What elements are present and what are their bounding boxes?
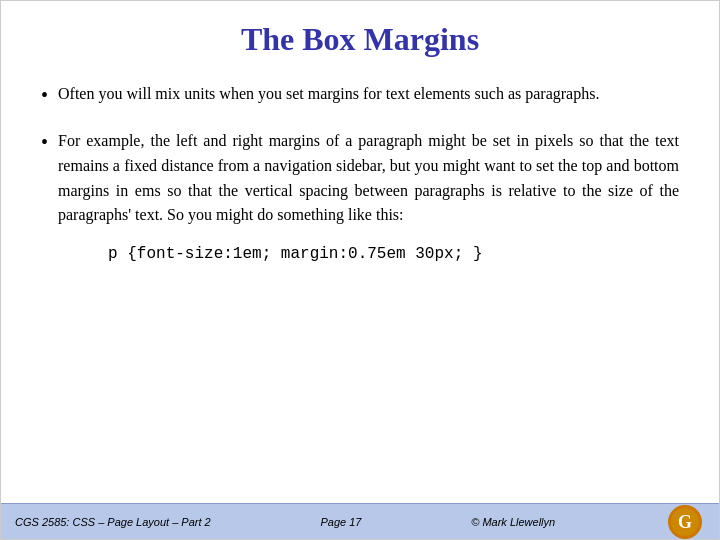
footer-logo: G: [665, 504, 705, 540]
bullet-item-1: • Often you will mix units when you set …: [41, 82, 679, 111]
slide-content: The Box Margins • Often you will mix uni…: [1, 1, 719, 503]
bullet-text-2: For example, the left and right margins …: [58, 129, 679, 275]
logo-circle: G: [668, 505, 702, 539]
bullet-item-2: • For example, the left and right margin…: [41, 129, 679, 275]
code-block: p {font-size:1em; margin:0.75em 30px; }: [88, 234, 679, 275]
footer-center: Page 17: [320, 516, 361, 528]
bullet-dot-2: •: [41, 127, 48, 158]
footer-right: © Mark Llewellyn: [471, 516, 555, 528]
logo-svg: G: [670, 507, 700, 537]
slide-title: The Box Margins: [41, 21, 679, 58]
svg-text:G: G: [678, 512, 692, 532]
bullet-text-1: Often you will mix units when you set ma…: [58, 82, 679, 107]
slide-footer: CGS 2585: CSS – Page Layout – Part 2 Pag…: [1, 503, 719, 539]
bullet-list: • Often you will mix units when you set …: [41, 82, 679, 275]
footer-left: CGS 2585: CSS – Page Layout – Part 2: [15, 516, 211, 528]
bullet-dot-1: •: [41, 80, 48, 111]
slide: The Box Margins • Often you will mix uni…: [0, 0, 720, 540]
